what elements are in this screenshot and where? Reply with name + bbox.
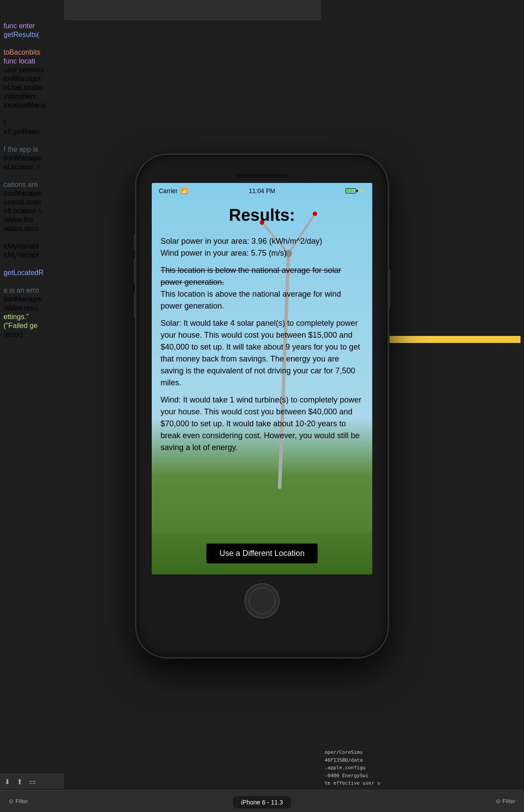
bottom-bar: ⊙ Filter iPhone 6 - 11.3 output ⇕ ⊙ Filt… [0,790,524,812]
volume-down-button[interactable] [134,291,136,318]
download-icon[interactable]: ⬇ [4,778,10,786]
iphone-frame: Carrier 📶 11:04 PM ⚡ Results: Solar powe… [136,155,388,657]
charging-icon: ⚡ [359,188,365,194]
speaker [236,174,288,178]
button-area: Use a Different Location [152,533,372,574]
filter-left-label: Filter [15,798,28,805]
battery-area: ⚡ [345,188,365,194]
home-button[interactable] [244,583,280,618]
solar-power-line: Solar power in your area: 3.96 (kWh/m^2/… [161,235,363,259]
power-button[interactable] [388,269,390,309]
filter-right-button[interactable]: ⊙ Filter [496,798,515,805]
layout-icon[interactable]: ▭ [29,778,36,786]
code-panel-left: func enter getResults( toBaconbits func … [0,0,64,812]
use-different-location-button[interactable]: Use a Different Location [206,544,318,563]
app-content: Results: Solar power in your area: 3.96 … [152,199,372,459]
filter-right-label: Filter [502,798,515,805]
filter-right-icon: ⊙ [496,798,501,805]
wifi-icon: 📶 [180,188,187,194]
filter-left-icon: ⊙ [9,798,14,805]
status-time: 11:04 PM [249,187,275,194]
camera [306,174,311,178]
upload-icon[interactable]: ⬆ [17,778,22,786]
iphone-screen: Carrier 📶 11:04 PM ⚡ Results: Solar powe… [152,183,372,574]
solar-avg-text: This location is below the national aver… [161,266,341,287]
console-output: oper/CoreSimu 46F135BD/data .apple.confi… [321,747,524,789]
battery-fill [346,189,354,193]
battery-icon [345,188,356,194]
wind-avg-text: This location is above the national aver… [161,290,341,310]
volume-up-button[interactable] [134,258,136,285]
results-title: Results: [161,206,363,225]
carrier-info: Carrier 📶 [159,187,187,194]
toolbar-icons: ⬇ ⬆ ▭ [0,774,64,789]
device-label: iPhone 6 - 11.3 [233,796,291,808]
solar-avg-line: This location is below the national aver… [161,264,363,312]
carrier-label: Carrier [159,187,178,194]
status-bar: Carrier 📶 11:04 PM ⚡ [152,183,372,199]
filter-left-button[interactable]: ⊙ Filter [9,798,28,805]
wind-detail-text: Wind: It would take 1 wind turbine(s) to… [161,394,363,454]
home-button-inner [249,588,275,614]
volume-mute-button[interactable] [134,234,136,250]
solar-detail-text: Solar: It would take 4 solar panel(s) to… [161,317,363,389]
